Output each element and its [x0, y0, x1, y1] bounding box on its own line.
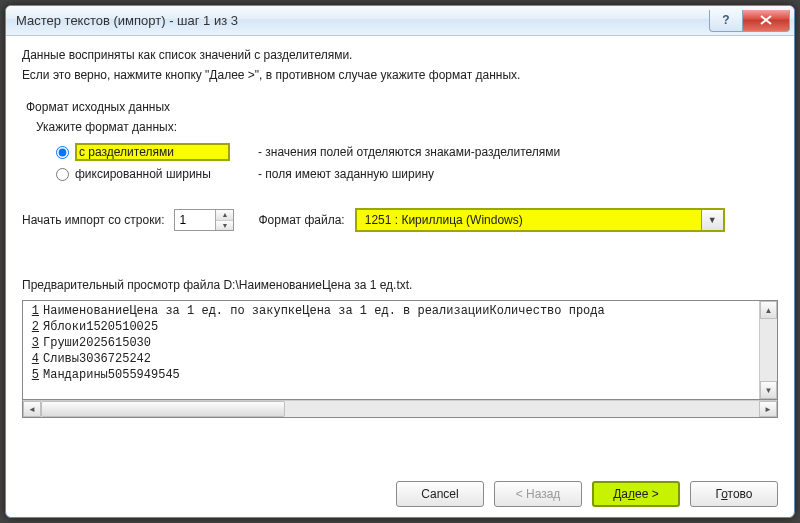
window-controls: ?: [709, 10, 790, 32]
titlebar[interactable]: Мастер текстов (импорт) - шаг 1 из 3 ?: [6, 6, 794, 36]
finish-button[interactable]: Готово: [690, 481, 778, 507]
import-row: Начать импорт со строки: ▲ ▼ Формат файл…: [22, 208, 778, 232]
scroll-left-icon[interactable]: ◄: [23, 401, 41, 417]
back-button: < Назад: [494, 481, 582, 507]
scroll-down-icon[interactable]: ▼: [760, 381, 777, 399]
preview-text: 1НаименованиеЦена за 1 ед. по закупкеЦен…: [23, 301, 759, 399]
intro-line-2: Если это верно, нажмите кнопку "Далее >"…: [22, 68, 778, 82]
file-format-label: Формат файла:: [258, 213, 344, 227]
cancel-button[interactable]: Cancel: [396, 481, 484, 507]
preview-label: Предварительный просмотр файла D:\Наимен…: [22, 278, 778, 292]
radio-delimited[interactable]: с разделителями - значения полей отделяю…: [56, 143, 778, 161]
file-format-select[interactable]: 1251 : Кириллица (Windows) ▼: [355, 208, 725, 232]
preview-line: 1НаименованиеЦена за 1 ед. по закупкеЦен…: [25, 303, 759, 319]
scroll-right-icon[interactable]: ►: [759, 401, 777, 417]
spinner-buttons: ▲ ▼: [215, 210, 233, 230]
start-row-label: Начать импорт со строки:: [22, 213, 164, 227]
close-icon: [760, 15, 772, 25]
preview-line: 4Сливы3036725242: [25, 351, 759, 367]
scroll-up-icon[interactable]: ▲: [760, 301, 777, 319]
wizard-window: Мастер текстов (импорт) - шаг 1 из 3 ? Д…: [5, 5, 795, 518]
format-group-subtitle: Укажите формат данных:: [36, 120, 778, 134]
content-area: Данные восприняты как список значений с …: [6, 36, 794, 517]
close-button[interactable]: [742, 10, 790, 32]
preview-box: 1НаименованиеЦена за 1 ед. по закупкеЦен…: [22, 300, 778, 400]
start-row-input[interactable]: [175, 210, 215, 230]
horizontal-scrollbar[interactable]: ◄ ►: [22, 400, 778, 418]
preview-line: 5Мандарины5055949545: [25, 367, 759, 383]
next-button[interactable]: Далее >: [592, 481, 680, 507]
preview-line: 2Яблоки1520510025: [25, 319, 759, 335]
vertical-scrollbar[interactable]: ▲ ▼: [759, 301, 777, 399]
help-button[interactable]: ?: [709, 10, 743, 32]
radio-delimited-label: с разделителями: [75, 143, 230, 161]
format-group-title: Формат исходных данных: [26, 100, 778, 114]
radio-fixed-desc: - поля имеют заданную ширину: [258, 167, 434, 181]
preview-line: 3Груши2025615030: [25, 335, 759, 351]
radio-fixed-label: фиксированной ширины: [75, 167, 230, 181]
radio-delimited-desc: - значения полей отделяются знаками-разд…: [258, 145, 560, 159]
radio-fixed[interactable]: фиксированной ширины - поля имеют заданн…: [56, 167, 778, 181]
radio-fixed-input[interactable]: [56, 168, 69, 181]
chevron-down-icon[interactable]: ▼: [701, 210, 723, 230]
intro-line-1: Данные восприняты как список значений с …: [22, 48, 778, 62]
hscroll-track[interactable]: [41, 401, 759, 417]
spinner-up[interactable]: ▲: [216, 210, 233, 221]
footer-buttons: Cancel < Назад Далее > Готово: [22, 467, 778, 507]
start-row-spinner[interactable]: ▲ ▼: [174, 209, 234, 231]
radio-delimited-input[interactable]: [56, 146, 69, 159]
file-format-value: 1251 : Кириллица (Windows): [357, 213, 701, 227]
vscroll-track[interactable]: [760, 319, 777, 381]
window-title: Мастер текстов (импорт) - шаг 1 из 3: [16, 13, 709, 28]
spinner-down[interactable]: ▼: [216, 221, 233, 231]
hscroll-thumb[interactable]: [41, 401, 285, 417]
